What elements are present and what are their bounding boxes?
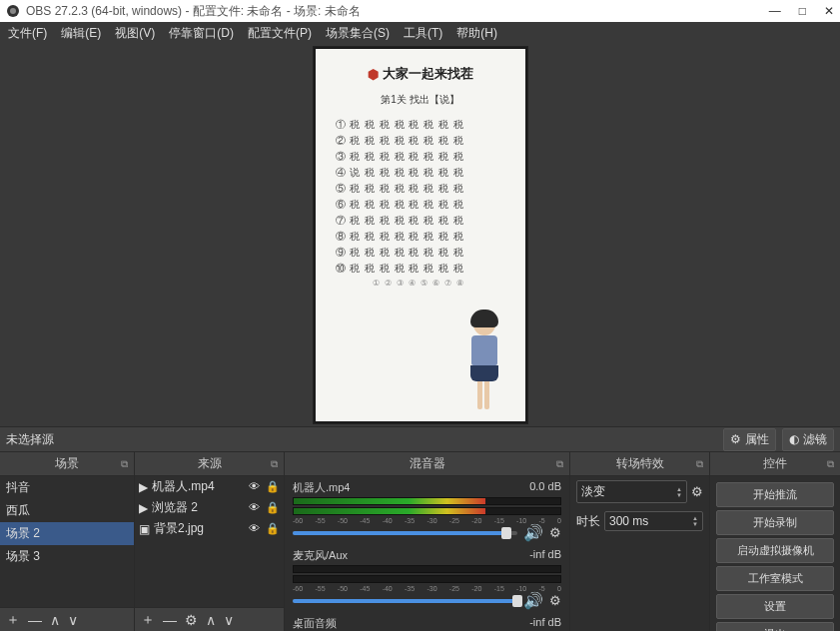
media-icon: ▶ <box>139 501 148 515</box>
source-settings-button[interactable]: ⚙ <box>185 612 198 628</box>
transitions-title: 转场特效 <box>616 455 664 472</box>
scene-item[interactable]: 抖音 <box>0 476 134 499</box>
mixer-channel: 机器人.mp4 0.0 dB -60-55-50-45-40-35-30-25-… <box>285 476 569 544</box>
mixer-title: 混音器 <box>410 455 445 472</box>
start-streaming-button[interactable]: 开始推流 <box>716 482 834 507</box>
scene-item[interactable]: 场景 2 <box>0 522 134 545</box>
menu-tools[interactable]: 工具(T) <box>404 25 442 42</box>
channel-settings-button[interactable]: ⚙ <box>549 525 561 540</box>
docks-row: 场景 ⧉ 抖音 西瓜 场景 2 场景 3 ＋ — ∧ ∨ 来源 ⧉ ▶ 机器人.… <box>0 452 840 631</box>
preview-lastrow: ①②③④⑤⑥⑦⑧ <box>316 279 525 288</box>
undock-icon[interactable]: ⧉ <box>556 458 563 470</box>
properties-button[interactable]: ⚙ 属性 <box>723 428 776 451</box>
scenes-panel: 场景 ⧉ 抖音 西瓜 场景 2 场景 3 ＋ — ∧ ∨ <box>0 452 135 631</box>
eye-icon[interactable]: 👁 <box>249 522 260 535</box>
minimize-button[interactable]: — <box>769 4 781 18</box>
preview-title: 大家一起来找茬 <box>383 65 473 83</box>
menu-edit[interactable]: 编辑(E) <box>61 25 101 42</box>
duration-label: 时长 <box>576 513 600 530</box>
vu-meter <box>293 507 561 515</box>
sources-list[interactable]: ▶ 机器人.mp4 👁🔒 ▶ 浏览器 2 👁🔒 ▣ 背景2.jpg 👁🔒 <box>135 476 284 607</box>
settings-button[interactable]: 设置 <box>716 594 834 619</box>
channel-settings-button[interactable]: ⚙ <box>549 593 561 608</box>
channel-name: 机器人.mp4 <box>293 480 350 495</box>
close-button[interactable]: ✕ <box>824 4 834 18</box>
filter-icon: ◐ <box>789 432 799 446</box>
mixer-body: 机器人.mp4 0.0 dB -60-55-50-45-40-35-30-25-… <box>285 476 569 631</box>
menu-scene-collection[interactable]: 场景集合(S) <box>326 25 390 42</box>
source-label: 机器人.mp4 <box>152 478 215 495</box>
controls-panel: 控件 ⧉ 开始推流 开始录制 启动虚拟摄像机 工作室模式 设置 退出 <box>710 452 840 631</box>
scene-up-button[interactable]: ∧ <box>50 612 60 628</box>
transition-select[interactable]: 淡变 ▲▼ <box>576 480 687 503</box>
add-source-button[interactable]: ＋ <box>141 611 155 629</box>
undock-icon[interactable]: ⧉ <box>696 458 703 470</box>
sources-title: 来源 <box>198 455 222 472</box>
maximize-button[interactable]: □ <box>799 4 806 18</box>
eye-icon[interactable]: 👁 <box>249 480 260 493</box>
gear-icon: ⚙ <box>730 432 741 446</box>
menu-profile[interactable]: 配置文件(P) <box>248 25 312 42</box>
studio-mode-button[interactable]: 工作室模式 <box>716 566 834 591</box>
start-recording-button[interactable]: 开始录制 <box>716 510 834 535</box>
window-title: OBS 27.2.3 (64-bit, windows) - 配置文件: 未命名… <box>26 3 361 20</box>
chevron-updown-icon[interactable]: ▲▼ <box>692 515 698 527</box>
undock-icon[interactable]: ⧉ <box>271 458 278 470</box>
duration-input[interactable]: 300 ms ▲▼ <box>604 511 703 531</box>
mixer-channel: 麦克风/Aux -inf dB -60-55-50-45-40-35-30-25… <box>285 544 569 612</box>
transition-settings-button[interactable]: ⚙ <box>691 484 703 499</box>
preview-grid: ① 税 税 税 税 税 税 税 税 ② 税 税 税 税 税 税 税 税 ③ 税 … <box>336 117 505 277</box>
avatar-character <box>459 314 509 413</box>
channel-level: -inf dB <box>529 548 561 563</box>
speaker-icon[interactable]: 🔊 <box>523 591 543 610</box>
source-item[interactable]: ▶ 机器人.mp4 👁🔒 <box>135 476 284 497</box>
mixer-channel: 桌面音频 -inf dB -60-55-50-45-40-35-30-25-20… <box>285 612 569 631</box>
source-down-button[interactable]: ∨ <box>224 612 234 628</box>
menu-bar: 文件(F) 编辑(E) 视图(V) 停靠窗口(D) 配置文件(P) 场景集合(S… <box>0 22 840 44</box>
vu-meter <box>293 575 561 583</box>
lock-icon[interactable]: 🔒 <box>266 480 280 493</box>
shield-icon: ⬢ <box>368 67 379 82</box>
controls-title: 控件 <box>763 455 787 472</box>
menu-dock[interactable]: 停靠窗口(D) <box>169 25 234 42</box>
filters-button[interactable]: ◐ 滤镜 <box>782 428 834 451</box>
scene-down-button[interactable]: ∨ <box>68 612 78 628</box>
preview-subtitle: 第1关 找出【说】 <box>316 93 525 107</box>
source-up-button[interactable]: ∧ <box>206 612 216 628</box>
remove-source-button[interactable]: — <box>163 612 177 628</box>
lock-icon[interactable]: 🔒 <box>266 501 280 514</box>
exit-button[interactable]: 退出 <box>716 622 834 631</box>
start-vcam-button[interactable]: 启动虚拟摄像机 <box>716 538 834 563</box>
channel-name: 麦克风/Aux <box>293 548 348 563</box>
lock-icon[interactable]: 🔒 <box>266 522 280 535</box>
undock-icon[interactable]: ⧉ <box>827 458 834 470</box>
remove-scene-button[interactable]: — <box>28 612 42 628</box>
media-icon: ▶ <box>139 480 148 494</box>
source-item[interactable]: ▣ 背景2.jpg 👁🔒 <box>135 518 284 539</box>
source-item[interactable]: ▶ 浏览器 2 👁🔒 <box>135 497 284 518</box>
channel-name: 桌面音频 <box>293 616 337 631</box>
scenes-list[interactable]: 抖音 西瓜 场景 2 场景 3 <box>0 476 134 607</box>
obs-logo-icon <box>6 4 20 18</box>
menu-help[interactable]: 帮助(H) <box>456 25 497 42</box>
menu-view[interactable]: 视图(V) <box>115 25 155 42</box>
preview-area[interactable]: ⬢ 大家一起来找茬 第1关 找出【说】 ① 税 税 税 税 税 税 税 税 ② … <box>0 44 840 426</box>
source-label: 浏览器 2 <box>152 499 198 516</box>
menu-file[interactable]: 文件(F) <box>8 25 47 42</box>
sources-panel: 来源 ⧉ ▶ 机器人.mp4 👁🔒 ▶ 浏览器 2 👁🔒 ▣ 背景2.jpg 👁… <box>135 452 285 631</box>
scene-item[interactable]: 场景 3 <box>0 545 134 568</box>
source-label: 背景2.jpg <box>154 520 204 537</box>
volume-slider[interactable] <box>293 531 517 535</box>
vu-meter <box>293 497 561 505</box>
scenes-title: 场景 <box>55 455 79 472</box>
undock-icon[interactable]: ⧉ <box>121 458 128 470</box>
scene-item[interactable]: 西瓜 <box>0 499 134 522</box>
image-icon: ▣ <box>139 522 150 536</box>
svg-point-1 <box>10 8 16 14</box>
no-source-label: 未选择源 <box>6 431 54 448</box>
add-scene-button[interactable]: ＋ <box>6 611 20 629</box>
eye-icon[interactable]: 👁 <box>249 501 260 514</box>
window-titlebar: OBS 27.2.3 (64-bit, windows) - 配置文件: 未命名… <box>0 0 840 22</box>
speaker-icon[interactable]: 🔊 <box>523 523 543 542</box>
volume-slider[interactable] <box>293 599 517 603</box>
